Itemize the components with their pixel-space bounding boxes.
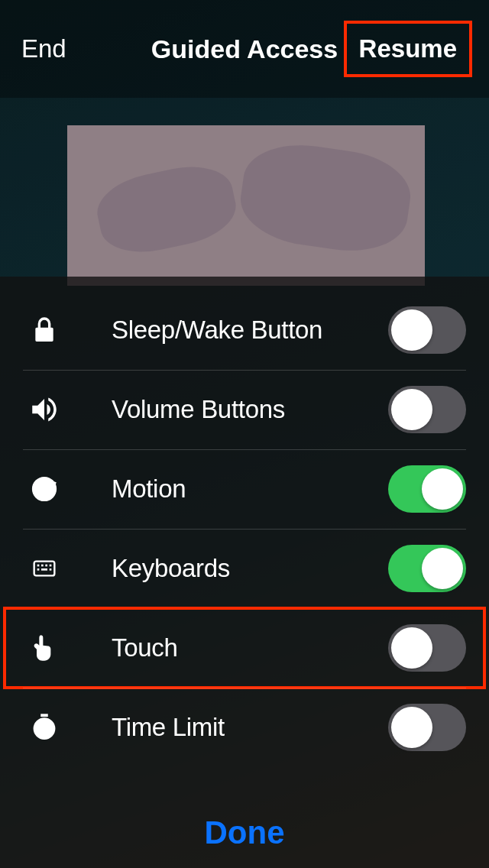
touch-icon [23,631,66,665]
svg-rect-3 [41,565,44,567]
lock-icon [23,315,66,345]
svg-point-0 [34,478,55,500]
svg-rect-4 [45,565,47,567]
row-motion: Motion [0,449,489,529]
row-label: Keyboards [66,554,388,583]
switch-motion[interactable] [388,465,466,513]
resume-button[interactable]: Resume [344,21,472,77]
end-button[interactable]: End [21,34,66,63]
switch-sleep-wake[interactable] [388,306,466,354]
row-touch: Touch [0,608,489,688]
row-label: Motion [66,474,388,504]
switch-touch[interactable] [388,624,466,672]
svg-rect-5 [50,565,52,567]
row-keyboards: Keyboards [0,529,489,608]
row-sleep-wake: Sleep/Wake Button [0,290,489,370]
row-label: Sleep/Wake Button [66,316,388,345]
options-panel: Sleep/Wake Button Volume Buttons Motion … [0,277,489,868]
nav-bar: End Guided Access Resume [0,0,489,98]
row-label: Volume Buttons [66,395,388,424]
svg-rect-6 [37,568,40,571]
row-label: Touch [66,633,388,662]
keyboard-icon [23,556,66,581]
row-label: Time Limit [66,713,388,742]
switch-volume-buttons[interactable] [388,386,466,433]
svg-point-9 [34,719,53,738]
options-list: Sleep/Wake Button Volume Buttons Motion … [0,277,489,767]
volume-icon [23,394,66,426]
time-icon [23,713,66,742]
svg-rect-8 [50,568,52,571]
nav-title: Guided Access [151,34,338,64]
svg-rect-7 [41,568,47,571]
switch-keyboards[interactable] [388,545,466,592]
switch-time-limit[interactable] [388,704,466,751]
row-volume-buttons: Volume Buttons [0,370,489,449]
done-button[interactable]: Done [0,790,489,868]
motion-icon [23,473,66,505]
row-time-limit: Time Limit [0,688,489,767]
svg-rect-2 [37,565,40,567]
